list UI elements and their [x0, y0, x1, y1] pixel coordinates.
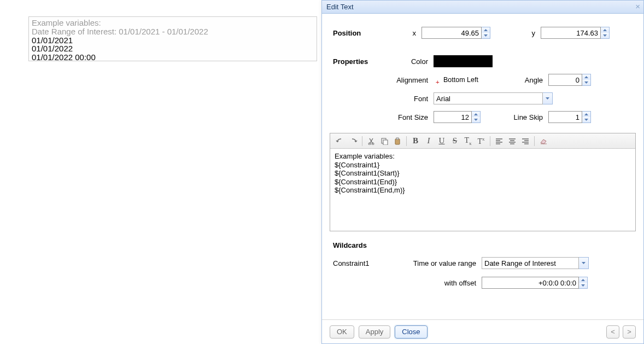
redo-icon[interactable] [347, 135, 360, 147]
svg-rect-14 [383, 140, 388, 145]
erase-format-icon[interactable] [537, 135, 550, 147]
svg-marker-1 [484, 34, 488, 37]
wildcard-name: Constraint1 [330, 259, 384, 267]
dialog-title-text: Edit Text [326, 3, 354, 11]
range-label: Time or value range [387, 259, 479, 267]
fontsize-input[interactable] [434, 111, 472, 123]
dialog-footer: OK Apply Close < > [322, 319, 643, 343]
x-label: x [387, 29, 419, 37]
range-combo[interactable] [482, 257, 579, 269]
italic-icon[interactable]: I [422, 135, 435, 147]
canvas-line: Example variables: [32, 19, 314, 27]
canvas-text-element[interactable]: Example variables: Date Range of Interes… [28, 16, 317, 61]
offset-spinner[interactable] [579, 277, 588, 289]
edit-text-dialog: Edit Text × Position x y [321, 0, 644, 344]
svg-marker-3 [603, 34, 607, 37]
text-editor: B I U S Tx Tx Example variables: ${Const… [330, 133, 636, 231]
x-input-wrap [421, 27, 504, 39]
canvas-line: 01/01/2022 00:00 [32, 53, 314, 62]
angle-label: Angle [501, 76, 546, 84]
close-icon[interactable]: × [635, 1, 640, 14]
svg-marker-4 [584, 76, 588, 78]
y-label: y [506, 29, 538, 37]
canvas-line: 01/01/2022 [32, 44, 314, 53]
spinner-up-icon[interactable] [472, 112, 480, 117]
svg-marker-17 [582, 262, 586, 264]
y-input-wrap [541, 27, 623, 39]
x-spinner[interactable] [482, 27, 490, 39]
paste-icon[interactable] [391, 135, 404, 147]
canvas-line: 01/01/2021 [32, 36, 314, 45]
lineskip-spinner[interactable] [582, 111, 591, 123]
spinner-down-icon[interactable] [601, 33, 609, 38]
spinner-down-icon[interactable] [472, 117, 480, 123]
svg-marker-7 [474, 113, 478, 115]
next-button[interactable]: > [623, 325, 636, 339]
y-input[interactable] [541, 27, 601, 39]
superscript-icon[interactable]: Tx [475, 135, 488, 147]
cut-icon[interactable] [365, 135, 378, 147]
spinner-down-icon[interactable] [579, 283, 587, 288]
position-section-label: Position [330, 29, 384, 37]
wildcards-section-label: Wildcards [330, 241, 636, 249]
underline-icon[interactable]: U [435, 135, 448, 147]
canvas-preview: Example variables: Date Range of Interes… [0, 0, 320, 344]
font-combo-dropdown[interactable] [543, 92, 553, 104]
alignment-picker[interactable]: + Bottom Left [434, 74, 488, 86]
spinner-up-icon[interactable] [582, 112, 590, 117]
font-label: Font [387, 95, 431, 103]
editor-textarea[interactable]: Example variables: ${Constraint1} ${Cons… [330, 149, 635, 231]
apply-button[interactable]: Apply [359, 325, 391, 339]
alignment-value: Bottom Left [443, 76, 478, 84]
undo-icon[interactable] [333, 135, 347, 147]
color-label: Color [387, 57, 431, 66]
x-input[interactable] [421, 27, 482, 39]
lineskip-input[interactable] [548, 111, 582, 123]
spinner-down-icon[interactable] [482, 33, 490, 38]
spinner-up-icon[interactable] [582, 74, 590, 80]
copy-icon[interactable] [378, 135, 391, 147]
fontsize-label: Font Size [387, 113, 431, 121]
svg-marker-9 [584, 113, 588, 115]
svg-marker-19 [581, 284, 585, 287]
bold-icon[interactable]: B [409, 135, 422, 147]
subscript-icon[interactable]: Tx [461, 135, 475, 147]
svg-marker-0 [484, 29, 488, 31]
prev-button[interactable]: < [606, 325, 619, 339]
spinner-up-icon[interactable] [482, 27, 490, 33]
dialog-titlebar[interactable]: Edit Text × [322, 1, 643, 14]
alignment-label: Alignment [387, 76, 431, 84]
svg-marker-6 [546, 97, 549, 100]
align-center-icon[interactable] [506, 135, 519, 147]
offset-label: with offset [387, 279, 479, 287]
svg-rect-16 [396, 138, 399, 139]
svg-marker-10 [584, 119, 588, 121]
svg-marker-5 [584, 81, 588, 84]
properties-section-label: Properties [330, 57, 384, 66]
ok-button[interactable]: OK [330, 325, 354, 339]
fontsize-spinner[interactable] [472, 111, 481, 123]
offset-input[interactable] [482, 277, 579, 289]
editor-toolbar: B I U S Tx Tx [330, 133, 635, 149]
spinner-up-icon[interactable] [579, 277, 587, 283]
y-spinner[interactable] [601, 27, 610, 39]
strikethrough-icon[interactable]: S [448, 135, 461, 147]
lineskip-label: Line Skip [501, 113, 546, 121]
svg-marker-2 [603, 29, 607, 31]
canvas-line: Date Range of Interest: 01/01/2021 - 01/… [32, 27, 314, 36]
spinner-down-icon[interactable] [582, 117, 590, 123]
alignment-marker-icon: + [436, 79, 440, 85]
spinner-down-icon[interactable] [582, 80, 590, 85]
align-left-icon[interactable] [493, 135, 506, 147]
font-combo[interactable] [434, 92, 543, 104]
angle-spinner[interactable] [582, 74, 591, 86]
close-button[interactable]: Close [395, 325, 427, 339]
spinner-up-icon[interactable] [601, 27, 609, 33]
align-right-icon[interactable] [519, 135, 532, 147]
range-combo-dropdown[interactable] [579, 257, 589, 269]
angle-input[interactable] [548, 74, 582, 86]
svg-marker-18 [581, 279, 585, 281]
svg-marker-8 [474, 119, 478, 121]
color-picker[interactable] [434, 55, 493, 67]
